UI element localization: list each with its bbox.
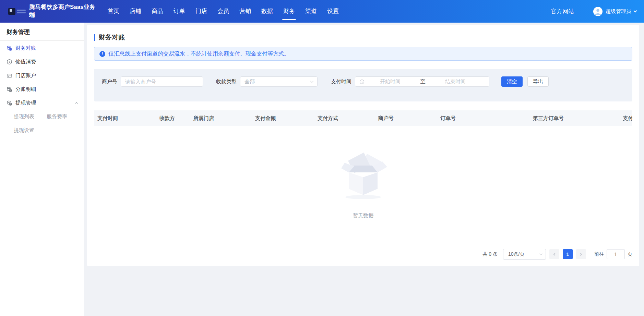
nav-item-finance[interactable]: 财务 <box>278 0 300 23</box>
filter-bar: 商户号 收款类型 全部 支付时间 开始时间 至 结束时间 清空 导出 <box>94 69 632 101</box>
nav-item-settings[interactable]: 设置 <box>322 0 344 23</box>
start-time-placeholder: 开始时间 <box>365 78 416 85</box>
merchant-id-input[interactable] <box>121 76 203 87</box>
info-banner-text: 仅汇总线上支付渠道的交易流水，不统计使用余额支付、现金支付等方式。 <box>108 50 289 58</box>
payment-type-value: 全部 <box>245 78 311 85</box>
next-page-button[interactable] <box>576 249 586 259</box>
user-name: 超级管理员 <box>606 8 631 15</box>
user-menu[interactable]: 超级管理员 <box>593 7 636 16</box>
col-pay-time: 支付时间 <box>94 115 156 122</box>
nav-item-member[interactable]: 会员 <box>212 0 234 23</box>
chevron-left-icon <box>553 253 556 255</box>
title-accent-bar <box>94 34 95 41</box>
page-size-value: 10条/页 <box>508 251 540 257</box>
payment-time-label: 支付时间 <box>331 76 351 101</box>
sidebar-item-withdrawal-management[interactable]: 提现管理 <box>0 96 84 110</box>
user-avatar-icon <box>593 7 603 16</box>
chevron-up-icon <box>75 102 78 105</box>
sidebar-item-label: 门店账户 <box>15 72 36 79</box>
sidebar-item-label: 分账明细 <box>15 86 36 93</box>
table-header-row: 支付时间 收款方 所属门店 支付金额 支付方式 商户号 订单号 第三方订单号 支… <box>94 110 632 126</box>
payment-type-select[interactable]: 全部 <box>240 76 318 87</box>
payment-time-range-picker[interactable]: 开始时间 至 结束时间 <box>355 76 489 87</box>
goto-unit: 页 <box>628 251 632 257</box>
nav-item-order[interactable]: 订单 <box>168 0 190 23</box>
sidebar-item-label: 提现管理 <box>15 100 36 106</box>
chevron-down-icon <box>310 80 314 83</box>
official-site-link[interactable]: 官方网站 <box>551 8 574 15</box>
sidebar-item-split-details[interactable]: 分账明细 <box>0 82 84 96</box>
col-merchant-id: 商户号 <box>375 115 437 122</box>
coins-icon <box>7 45 12 51</box>
goto-label: 前往 <box>594 251 604 257</box>
pagination: 共 0 条 10条/页 1 前往 页 <box>94 242 632 266</box>
merchant-id-label: 商户号 <box>102 76 117 101</box>
nav-item-marketing[interactable]: 营销 <box>234 0 256 23</box>
nav-item-home[interactable]: 首页 <box>103 0 124 23</box>
col-pay-amount: 支付金额 <box>252 115 314 122</box>
nav-item-store[interactable]: 店铺 <box>124 0 146 23</box>
main-nav: 首页 店铺 商品 订单 门店 会员 营销 数据 财务 渠道 设置 <box>103 0 344 23</box>
app-header: 腾马餐饮多商户Saas业务端 首页 店铺 商品 订单 门店 会员 营销 数据 财… <box>0 0 644 23</box>
brand-title: 腾马餐饮多商户Saas业务端 <box>29 3 96 19</box>
col-pay-clipped: 支付 <box>619 115 632 122</box>
sidebar-title: 财务管理 <box>0 23 84 40</box>
sidebar-item-stored-value[interactable]: ¥ 储值消费 <box>0 55 84 69</box>
clock-icon <box>359 79 365 84</box>
yen-circle-icon: ¥ <box>7 59 12 65</box>
nav-item-branch[interactable]: 门店 <box>190 0 212 23</box>
sidebar-item-store-account[interactable]: 门店账户 <box>0 69 84 82</box>
empty-text: 暂无数据 <box>94 212 632 219</box>
info-icon <box>99 51 105 57</box>
sidebar-item-withdrawal-settings[interactable]: 提现设置 <box>14 127 34 134</box>
sidebar-item-label: 财务对账 <box>15 45 36 51</box>
coins-icon <box>7 86 12 92</box>
sidebar-item-service-rate[interactable]: 服务费率 <box>47 113 67 120</box>
sidebar-item-withdrawal-list[interactable]: 提现列表 <box>14 113 34 120</box>
col-store: 所属门店 <box>190 115 252 122</box>
nav-item-data[interactable]: 数据 <box>256 0 278 23</box>
info-banner: 仅汇总线上支付渠道的交易流水，不统计使用余额支付、现金支付等方式。 <box>94 47 632 61</box>
sidebar-item-reconciliation[interactable]: 财务对账 <box>0 41 84 55</box>
export-button[interactable]: 导出 <box>527 76 549 87</box>
prev-page-button[interactable] <box>549 249 559 259</box>
coins-icon <box>7 100 12 106</box>
col-payee: 收款方 <box>156 115 190 122</box>
payment-type-label: 收款类型 <box>216 76 237 101</box>
page-title: 财务对账 <box>99 33 125 42</box>
page-size-select[interactable]: 10条/页 <box>503 249 546 260</box>
svg-text:¥: ¥ <box>9 60 11 63</box>
chevron-down-icon <box>539 252 543 255</box>
table-empty-state: 暂无数据 <box>94 126 632 242</box>
chevron-down-icon <box>634 9 637 13</box>
goto-page-input[interactable] <box>607 249 625 259</box>
chevron-right-icon <box>579 253 582 255</box>
clear-button[interactable]: 清空 <box>501 76 523 87</box>
sidebar: 财务管理 财务对账 ¥ 储值消费 <box>0 23 84 316</box>
range-separator: 至 <box>416 78 430 85</box>
nav-item-product[interactable]: 商品 <box>146 0 168 23</box>
nav-item-channel[interactable]: 渠道 <box>300 0 322 23</box>
end-time-placeholder: 结束时间 <box>430 78 481 85</box>
pagination-total: 共 0 条 <box>482 251 498 257</box>
current-page-button[interactable]: 1 <box>563 249 573 259</box>
col-order-no: 订单号 <box>437 115 529 122</box>
empty-box-illustration <box>336 146 390 200</box>
app-logo-icon <box>8 8 15 15</box>
col-third-party-order: 第三方订单号 <box>529 115 619 122</box>
logo-wordmark <box>17 9 26 14</box>
sidebar-item-label: 储值消费 <box>15 59 36 65</box>
col-pay-method: 支付方式 <box>314 115 375 122</box>
main-content-card: 财务对账 仅汇总线上支付渠道的交易流水，不统计使用余额支付、现金支付等方式。 商… <box>87 25 639 266</box>
card-icon <box>7 73 12 78</box>
